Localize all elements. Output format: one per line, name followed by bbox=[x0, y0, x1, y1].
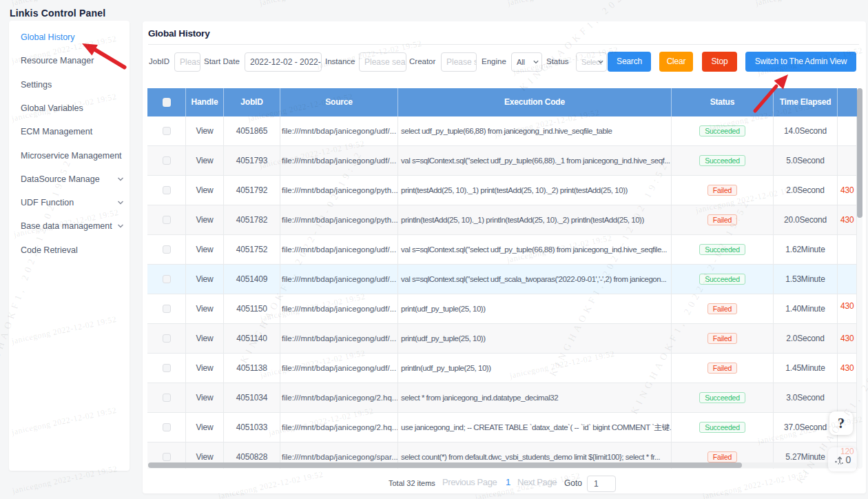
row-checkbox[interactable] bbox=[163, 156, 171, 165]
checkbox-cell[interactable] bbox=[147, 235, 186, 265]
pagination-previous[interactable]: Previous Page bbox=[442, 477, 497, 487]
checkbox-cell[interactable] bbox=[147, 176, 186, 205]
chevron-down-icon bbox=[116, 198, 125, 207]
sidebar-item-label: Global History bbox=[21, 32, 75, 42]
sidebar-item-global-variables[interactable]: Global Variables bbox=[21, 96, 125, 120]
checkbox-cell[interactable] bbox=[147, 116, 186, 146]
page-title: Global History bbox=[148, 28, 209, 39]
sidebar-item-settings[interactable]: Settings bbox=[21, 73, 125, 96]
vertical-scrollbar[interactable] bbox=[857, 88, 862, 469]
checkbox-cell[interactable] bbox=[147, 146, 186, 176]
sidebar-item-resource-manager[interactable]: Resource Manager bbox=[21, 49, 125, 72]
sidebar-item-microservice-management[interactable]: Microservice Management bbox=[21, 144, 125, 167]
sidebar-item-ecm-management[interactable]: ECM Management bbox=[21, 120, 125, 143]
status-cell: Succeeded bbox=[672, 413, 774, 442]
table-row[interactable]: View4051138file:///mnt/bdap/janicegong/u… bbox=[147, 354, 857, 383]
time-elapsed-cell: 2.0Second bbox=[774, 176, 838, 205]
execution-code-cell: select * from janicegong_ind.datatype_de… bbox=[398, 383, 672, 413]
execution-code-cell: println(testAdd(25, 10)._1) println(test… bbox=[398, 205, 672, 235]
row-checkbox[interactable] bbox=[163, 186, 171, 194]
row-checkbox[interactable] bbox=[163, 334, 171, 343]
sidebar-item-label: Resource Manager bbox=[21, 56, 94, 65]
engine-select[interactable]: All bbox=[511, 52, 542, 72]
row-checkbox[interactable] bbox=[163, 453, 171, 461]
jobid-input[interactable]: Pleas bbox=[174, 52, 200, 72]
horizontal-scrollbar[interactable] bbox=[148, 462, 856, 468]
view-link[interactable]: View bbox=[186, 176, 224, 205]
source-cell: file:///mnt/bdap/janicegong/2.hq... bbox=[280, 383, 398, 413]
scroll-counter-widget[interactable]: 0 bbox=[828, 447, 857, 471]
up-down-arrows-icon bbox=[834, 454, 845, 465]
row-checkbox[interactable] bbox=[163, 216, 171, 224]
error-code-cell bbox=[838, 235, 857, 265]
row-checkbox[interactable] bbox=[163, 127, 171, 135]
status-cell: Failed bbox=[672, 176, 774, 205]
row-checkbox[interactable] bbox=[163, 423, 171, 431]
table-row[interactable]: View4051140file:///mnt/bdap/janicegong/u… bbox=[147, 324, 857, 354]
table-row[interactable]: View4051150file:///mnt/bdap/janicegong/u… bbox=[147, 294, 857, 324]
table-row[interactable]: View4051752file:///mnt/bdap/janicegong/u… bbox=[147, 235, 857, 265]
checkbox-cell[interactable] bbox=[147, 383, 186, 413]
stop-button[interactable]: Stop bbox=[702, 52, 737, 72]
table-row[interactable]: View4051793file:///mnt/bdap/janicegong/u… bbox=[147, 146, 857, 176]
clear-button[interactable]: Clear bbox=[659, 52, 693, 72]
view-link[interactable]: View bbox=[186, 354, 224, 383]
view-link[interactable]: View bbox=[186, 413, 224, 442]
checkbox-cell[interactable] bbox=[147, 324, 186, 354]
view-link[interactable]: View bbox=[186, 294, 224, 324]
row-checkbox[interactable] bbox=[163, 305, 171, 313]
table-row[interactable]: View4051782file:///mnt/bdap/janicegong/p… bbox=[147, 205, 857, 235]
execution-code-cell: print(udf_py_tuple(25, 10)) bbox=[398, 294, 672, 324]
select-all-checkbox[interactable] bbox=[163, 98, 171, 107]
execution-code-cell: println(udf_py_tuple(25, 10)) bbox=[398, 354, 672, 383]
view-link[interactable]: View bbox=[186, 146, 224, 176]
checkbox-cell[interactable] bbox=[147, 205, 186, 235]
view-link[interactable]: View bbox=[186, 383, 224, 413]
view-link[interactable]: View bbox=[186, 205, 224, 235]
row-checkbox[interactable] bbox=[163, 275, 171, 283]
help-button[interactable]: ? bbox=[829, 411, 853, 435]
table-row[interactable]: View4051034file:///mnt/bdap/janicegong/2… bbox=[147, 383, 857, 413]
column-header: Time Elapsed bbox=[774, 88, 838, 116]
table-row[interactable]: View4051865file:///mnt/bdap/janicegong/u… bbox=[147, 116, 857, 146]
pagination-next[interactable]: Next Page bbox=[517, 477, 557, 487]
checkbox-cell[interactable] bbox=[147, 294, 186, 324]
sidebar-item-datasource-manage[interactable]: DataSource Manage bbox=[21, 167, 125, 191]
date-range-input[interactable]: 2022-12-02 - 2022-1 bbox=[245, 52, 322, 72]
engine-label: Engine bbox=[482, 52, 506, 72]
job-table: HandleJobIDSourceExecution CodeStatusTim… bbox=[147, 88, 857, 469]
time-elapsed-cell: 37.0Second bbox=[774, 413, 838, 442]
sidebar-item-code-retrieval[interactable]: Code Retrieval bbox=[21, 238, 125, 262]
sidebar-item-base-data-management[interactable]: Base data management bbox=[21, 214, 125, 238]
table-row[interactable]: View4051033file:///mnt/bdap/janicegong/2… bbox=[147, 413, 857, 442]
error-code-cell: 430 bbox=[838, 294, 857, 324]
row-checkbox[interactable] bbox=[163, 394, 171, 402]
view-link[interactable]: View bbox=[186, 265, 224, 294]
checkbox-cell[interactable] bbox=[147, 413, 186, 442]
vertical-scrollbar-thumb[interactable] bbox=[857, 88, 862, 218]
view-link[interactable]: View bbox=[186, 324, 224, 354]
checkbox-cell[interactable] bbox=[147, 354, 186, 383]
creator-input[interactable]: Please s bbox=[441, 52, 477, 72]
pagination-page-1[interactable]: 1 bbox=[506, 477, 510, 487]
error-code-cell: 430 bbox=[838, 176, 857, 205]
status-select[interactable]: Select bbox=[576, 52, 607, 72]
view-link[interactable]: View bbox=[186, 116, 224, 146]
sidebar-item-udf-function[interactable]: UDF Function bbox=[21, 191, 125, 214]
switch-admin-view-button[interactable]: Switch to The Admin View bbox=[745, 52, 856, 72]
table-row[interactable]: View4051792file:///mnt/bdap/janicegong/p… bbox=[147, 176, 857, 205]
table-row[interactable]: View4051409file:///mnt/bdap/janicegong/u… bbox=[147, 265, 857, 294]
title-divider bbox=[148, 44, 859, 45]
horizontal-scrollbar-thumb[interactable] bbox=[148, 462, 742, 468]
view-link[interactable]: View bbox=[186, 235, 224, 265]
status-badge: Succeeded bbox=[699, 244, 745, 255]
search-button[interactable]: Search bbox=[608, 52, 651, 72]
goto-page-input[interactable]: 1 bbox=[587, 476, 616, 492]
row-checkbox[interactable] bbox=[163, 245, 171, 254]
sidebar-item-label: Code Retrieval bbox=[21, 245, 78, 255]
header-checkbox-cell[interactable] bbox=[147, 88, 186, 116]
checkbox-cell[interactable] bbox=[147, 265, 186, 294]
sidebar-item-global-history[interactable]: Global History bbox=[21, 26, 125, 49]
row-checkbox[interactable] bbox=[163, 364, 171, 372]
instance-input[interactable]: Please sea bbox=[359, 52, 406, 72]
